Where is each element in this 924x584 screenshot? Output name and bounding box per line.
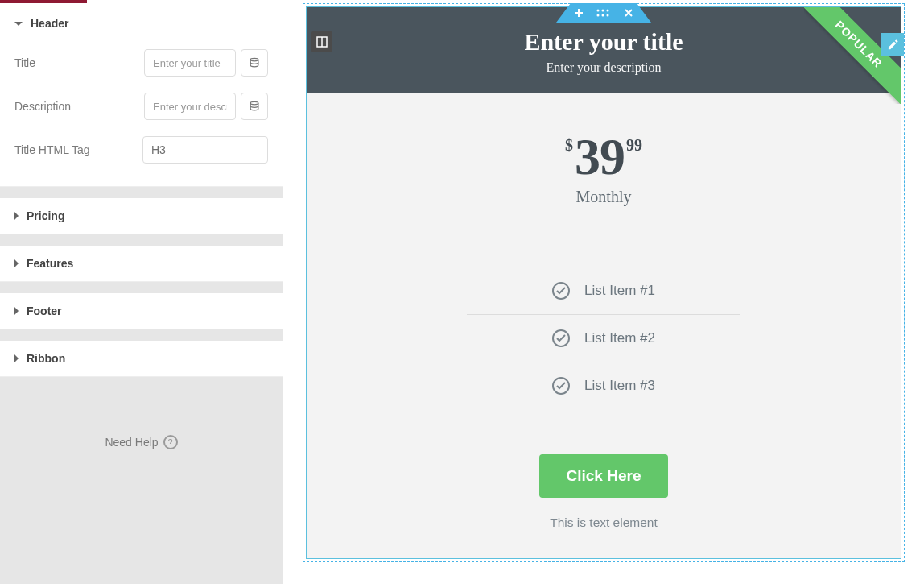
pricing-title: Enter your title	[315, 28, 893, 56]
caret-right-icon	[14, 307, 19, 315]
svg-point-2	[597, 10, 600, 12]
svg-point-3	[602, 10, 604, 12]
column-icon	[316, 36, 328, 48]
pricing-description: Enter your description	[315, 60, 893, 75]
price-amount: 39	[575, 131, 625, 183]
caret-right-icon	[14, 259, 19, 267]
column-handle[interactable]	[311, 31, 332, 52]
close-icon	[624, 8, 633, 18]
need-help-label: Need Help	[105, 436, 158, 449]
features-list: List Item #1 List Item #2 List Item #3	[467, 267, 740, 409]
feature-label: List Item #3	[584, 378, 655, 394]
svg-point-0	[250, 58, 258, 61]
description-field-label: Description	[14, 100, 71, 113]
edit-section-button[interactable]	[590, 3, 617, 23]
pricing-widget[interactable]: POPULAR Enter your title Enter your desc…	[306, 6, 901, 559]
feature-label: List Item #1	[584, 283, 655, 299]
editor-sidebar: Header Title Description	[0, 0, 283, 584]
section-header-label: Footer	[27, 304, 62, 317]
title-field-label: Title	[14, 56, 35, 69]
pricing-button-label: Click Here	[567, 467, 641, 484]
pricing-price: $ 39 99	[339, 131, 868, 183]
delete-section-button[interactable]	[617, 3, 651, 23]
title-input[interactable]	[144, 49, 236, 77]
database-icon	[249, 57, 260, 68]
title-dynamic-button[interactable]	[241, 49, 268, 77]
html-tag-value: H3	[151, 143, 166, 156]
description-dynamic-button[interactable]	[241, 93, 268, 120]
price-cents: 99	[626, 136, 642, 155]
section-header-label: Features	[27, 257, 73, 270]
editor-canvas: POPULAR Enter your title Enter your desc…	[283, 0, 924, 584]
check-circle-icon	[552, 377, 570, 395]
need-help-link[interactable]: Need Help ?	[105, 435, 177, 449]
pricing-note: This is text element	[339, 516, 868, 530]
description-input[interactable]	[144, 93, 236, 120]
caret-right-icon	[14, 212, 19, 220]
caret-down-icon	[14, 22, 23, 26]
help-icon: ?	[163, 435, 178, 449]
svg-point-1	[250, 101, 258, 105]
currency-symbol: $	[565, 136, 573, 155]
svg-point-4	[607, 10, 609, 12]
list-item: List Item #1	[467, 267, 740, 315]
section-toolbar	[556, 3, 651, 23]
check-circle-icon	[552, 329, 570, 347]
feature-label: List Item #2	[584, 330, 655, 346]
sidebar-tab-strip	[0, 0, 283, 6]
database-icon	[249, 101, 260, 112]
section-header-footer[interactable]: Footer	[0, 293, 283, 329]
section-header-label: Pricing	[27, 209, 64, 222]
svg-point-6	[602, 14, 604, 17]
section-header-label: Header	[31, 17, 68, 30]
section-header-ribbon[interactable]: Ribbon	[0, 341, 283, 376]
section-header-header[interactable]: Header	[0, 6, 283, 41]
drag-dots-icon	[596, 9, 611, 17]
check-circle-icon	[552, 282, 570, 300]
section-frame[interactable]: POPULAR Enter your title Enter your desc…	[303, 3, 905, 562]
html-tag-select[interactable]: H3	[142, 136, 268, 164]
svg-point-5	[597, 14, 600, 17]
add-section-button[interactable]	[556, 3, 590, 23]
section-header-features[interactable]: Features	[0, 246, 283, 281]
section-header-label: Ribbon	[27, 352, 65, 365]
section-header-pricing[interactable]: Pricing	[0, 198, 283, 234]
price-period: Monthly	[339, 188, 868, 206]
list-item: List Item #3	[467, 362, 740, 409]
caret-right-icon	[14, 354, 19, 362]
html-tag-field-label: Title HTML Tag	[14, 143, 90, 156]
pricing-button[interactable]: Click Here	[539, 454, 669, 498]
plus-icon	[574, 8, 584, 18]
pencil-icon	[887, 39, 899, 51]
edit-widget-button[interactable]	[881, 33, 904, 56]
svg-point-7	[607, 14, 609, 17]
list-item: List Item #2	[467, 315, 740, 362]
